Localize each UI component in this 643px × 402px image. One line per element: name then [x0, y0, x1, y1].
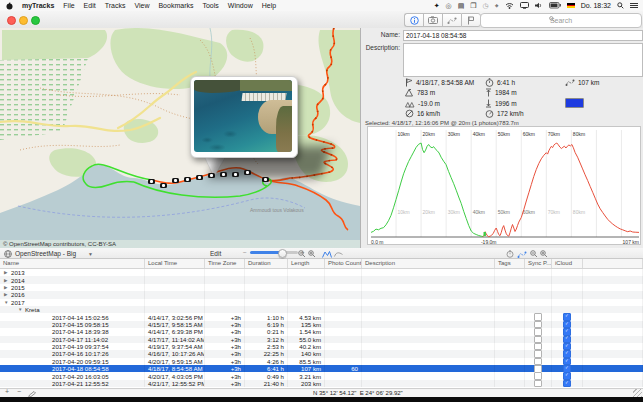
- table-group-row-2016[interactable]: ▶2016: [0, 291, 643, 298]
- sync-checkbox[interactable]: [534, 313, 542, 320]
- menu-item-view[interactable]: View: [134, 2, 149, 9]
- close-window-button[interactable]: [7, 16, 16, 25]
- speed-curve-icon[interactable]: [334, 250, 343, 258]
- column-header-icloud[interactable]: iCloud: [552, 259, 583, 268]
- camera-marker[interactable]: [220, 172, 227, 177]
- camera-marker[interactable]: [148, 179, 155, 184]
- menu-item-file[interactable]: File: [63, 2, 74, 9]
- icloud-checkbox[interactable]: [563, 372, 571, 379]
- zoom-minus-label[interactable]: −: [243, 249, 247, 256]
- column-header-photo-count[interactable]: Photo Count: [325, 259, 362, 268]
- table-row[interactable]: 2017-04-17 11:14:024/17/17, 11:14:02 AM+…: [0, 336, 643, 343]
- sync-checkbox[interactable]: [534, 380, 542, 387]
- camera-marker[interactable]: [232, 172, 239, 177]
- search-input[interactable]: [480, 13, 642, 28]
- table-row[interactable]: 2017-04-14 15:02:564/14/17, 3:02:56 PM+3…: [0, 313, 643, 320]
- menu-item-edit[interactable]: Edit: [84, 2, 96, 9]
- description-field[interactable]: [403, 43, 643, 77]
- german-flag-icon[interactable]: [567, 3, 575, 8]
- sync-checkbox[interactable]: [534, 372, 542, 379]
- clock-status-icon[interactable]: ◷: [483, 2, 489, 10]
- track-points-tab-button[interactable]: [442, 13, 461, 27]
- column-header-sync-p-[interactable]: Sync P...: [525, 259, 552, 268]
- menu-item-bookmarks[interactable]: Bookmarks: [158, 2, 193, 9]
- sync-checkbox[interactable]: [534, 336, 542, 343]
- airdrop-icon[interactable]: ⌖: [495, 2, 499, 10]
- disclosure-open-icon[interactable]: ▼: [4, 300, 11, 305]
- map-zoom-slider[interactable]: − +: [243, 249, 305, 256]
- apple-icon[interactable]: [6, 2, 13, 10]
- camera-marker[interactable]: [262, 177, 269, 182]
- icloud-checkbox[interactable]: [563, 321, 571, 328]
- icloud-checkbox[interactable]: [563, 365, 571, 372]
- circle-status-icon[interactable]: ◎: [446, 2, 452, 10]
- waypoints-tab-button[interactable]: [461, 13, 481, 27]
- photo-popup[interactable]: [190, 76, 298, 158]
- remove-track-button[interactable]: −: [14, 388, 24, 395]
- camera-marker[interactable]: [208, 173, 215, 178]
- map-edit-button[interactable]: Edit: [210, 250, 221, 257]
- time-filter-icon[interactable]: [506, 250, 514, 258]
- map-layer-select[interactable]: OpenStreetMap - Big: [4, 250, 76, 258]
- track-route-icon[interactable]: [517, 250, 527, 259]
- display-icon[interactable]: [520, 2, 529, 9]
- menu-item-tools[interactable]: Tools: [202, 2, 218, 9]
- sync-checkbox[interactable]: [534, 328, 542, 335]
- disclosure-closed-icon[interactable]: ▶: [4, 270, 11, 275]
- icloud-checkbox[interactable]: [563, 343, 571, 350]
- sync-checkbox[interactable]: [534, 365, 542, 372]
- spotlight-icon[interactable]: [617, 2, 624, 9]
- menu-item-mytracks[interactable]: myTracks: [22, 2, 54, 9]
- table-row[interactable]: 2017-04-20 09:59:154/20/17, 9:59:15 AM+3…: [0, 358, 643, 365]
- column-header-tags[interactable]: Tags: [495, 259, 525, 268]
- column-header-spacer[interactable]: [583, 259, 643, 268]
- table-row[interactable]: 2017-04-21 12:55:524/21/17, 12:55:52 PM+…: [0, 380, 643, 387]
- zoom-in-icon[interactable]: [308, 250, 316, 258]
- menu-item-tracks[interactable]: Tracks: [105, 2, 126, 9]
- volume-icon[interactable]: [535, 2, 543, 9]
- camera-marker[interactable]: [172, 178, 179, 183]
- menu-item-help[interactable]: Help: [262, 2, 276, 9]
- add-track-button[interactable]: +: [2, 388, 12, 395]
- battery-icon[interactable]: [549, 2, 561, 9]
- icloud-checkbox[interactable]: [563, 358, 571, 365]
- wifi-icon[interactable]: [505, 2, 514, 9]
- sync-checkbox[interactable]: [534, 343, 542, 350]
- camera-marker[interactable]: [244, 170, 251, 175]
- table-zoom-out-icon[interactable]: [530, 250, 538, 258]
- table-row[interactable]: 2017-04-18 08:54:584/18/17, 8:54:58 AM+3…: [0, 365, 643, 372]
- menu-clock[interactable]: Do. 18:32: [581, 2, 611, 9]
- info-tab-button[interactable]: [404, 13, 423, 27]
- column-header-duration[interactable]: Duration: [245, 259, 288, 268]
- zoom-window-button[interactable]: [31, 16, 40, 25]
- notes-status-icon[interactable]: ▤: [458, 2, 465, 10]
- elevation-profile-icon[interactable]: [322, 250, 332, 258]
- sync-checkbox[interactable]: [534, 321, 542, 328]
- book-status-icon[interactable]: ❐: [470, 2, 476, 10]
- table-row[interactable]: 2017-04-16 10:17:264/16/17, 10:17:26 AM+…: [0, 350, 643, 357]
- map-canvas[interactable]: Ammoudi tous Volakous: [0, 28, 360, 240]
- table-group-row-2014[interactable]: ▶2014: [0, 276, 643, 283]
- track-color-swatch[interactable]: [565, 98, 584, 108]
- disclosure-closed-icon[interactable]: ▶: [4, 278, 11, 283]
- icloud-checkbox[interactable]: [563, 350, 571, 357]
- app-status-icon[interactable]: ✦: [434, 2, 440, 10]
- table-row[interactable]: 2017-04-20 16:03:054/20/17, 4:03:05 PM+3…: [0, 372, 643, 379]
- column-header-description[interactable]: Description: [362, 259, 495, 268]
- column-header-local-time[interactable]: Local Time: [145, 259, 205, 268]
- zoom-slider-knob[interactable]: [278, 249, 287, 258]
- icloud-checkbox[interactable]: [563, 328, 571, 335]
- zoom-out-icon[interactable]: [298, 250, 306, 258]
- stat-track-color[interactable]: [565, 98, 641, 109]
- track-name-field[interactable]: [403, 30, 643, 41]
- elevation-chart[interactable]: 10km20km30km40km50km60km70km80km10km20km…: [367, 126, 641, 245]
- minimize-window-button[interactable]: [19, 16, 28, 25]
- disclosure-closed-icon[interactable]: ▶: [4, 292, 11, 297]
- notification-center-icon[interactable]: [630, 2, 638, 9]
- table-row[interactable]: 2017-04-15 09:58:154/15/17, 9:58:15 AM+3…: [0, 321, 643, 328]
- table-group-row-kreta[interactable]: ▼Kreta: [0, 306, 643, 313]
- table-zoom-in-icon[interactable]: [540, 250, 548, 258]
- column-header-name[interactable]: Name: [0, 259, 145, 268]
- column-header-time-zone[interactable]: Time Zone: [205, 259, 245, 268]
- menu-item-window[interactable]: Window: [228, 2, 253, 9]
